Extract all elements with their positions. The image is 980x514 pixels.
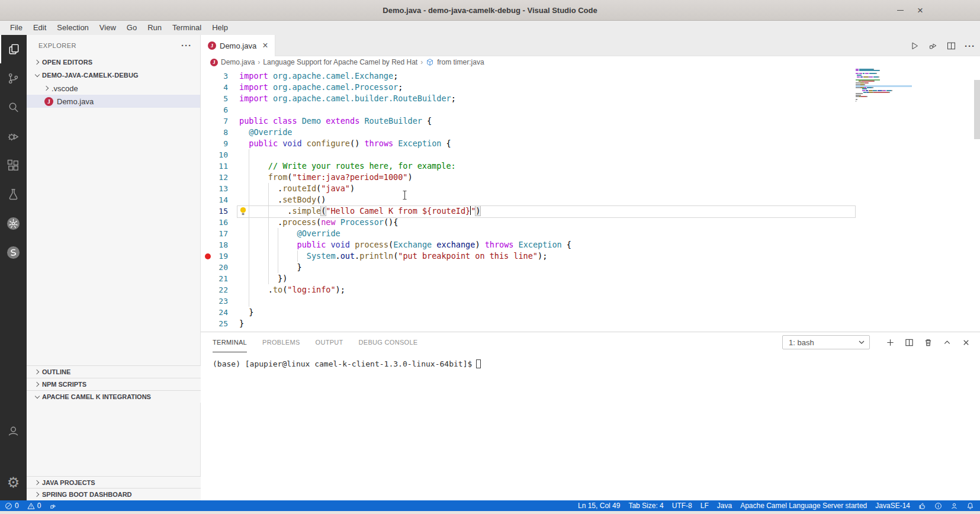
new-terminal-button[interactable]: [886, 338, 895, 347]
line-number[interactable]: 20: [201, 262, 228, 273]
breadcrumb-route[interactable]: from timer:java: [437, 58, 484, 66]
line-number[interactable]: 7: [201, 115, 228, 127]
vertical-scrollbar[interactable]: [974, 80, 980, 139]
errors-indicator[interactable]: 0: [5, 502, 19, 510]
file-demo-java[interactable]: J Demo.java: [27, 95, 200, 108]
camel-language-server-status[interactable]: Apache Camel Language Server started: [740, 502, 867, 510]
section-java-projects[interactable]: JAVA PROJECTS: [27, 476, 201, 489]
camel-k-extension-icon[interactable]: [0, 238, 27, 266]
shell-selector[interactable]: 1: bash: [782, 335, 870, 349]
line-number[interactable]: 23: [201, 295, 228, 307]
line-number[interactable]: 15: [201, 205, 228, 217]
code-line-9[interactable]: 9 public void configure() throws Excepti…: [201, 138, 980, 149]
code-line-13[interactable]: 13 .routeId("java"): [201, 183, 980, 194]
language-mode[interactable]: Java: [717, 502, 732, 510]
line-number[interactable]: 17: [201, 228, 228, 239]
code-line-21[interactable]: 21 }): [201, 273, 980, 284]
tab-debug-console[interactable]: DEBUG CONSOLE: [359, 332, 418, 352]
code-line-12[interactable]: 12 from("timer:java?period=1000"): [201, 172, 980, 183]
code-line-14[interactable]: 14 .setBody(): [201, 194, 980, 205]
tab-output[interactable]: OUTPUT: [316, 332, 343, 352]
run-button[interactable]: [910, 41, 920, 51]
code-line-16[interactable]: 16 .process(new Processor(){: [201, 217, 980, 228]
line-number[interactable]: 21: [201, 273, 228, 284]
test-flask-icon[interactable]: [0, 180, 27, 208]
feedback-thumb-icon[interactable]: [918, 502, 926, 510]
feedback-person-icon[interactable]: [950, 502, 958, 510]
run-debug-icon[interactable]: [0, 122, 27, 150]
tab-problems[interactable]: PROBLEMS: [262, 332, 300, 352]
kill-terminal-icon[interactable]: [924, 338, 933, 347]
line-number[interactable]: 25: [201, 318, 228, 329]
line-number[interactable]: 13: [201, 183, 228, 194]
section-npm-scripts[interactable]: NPM SCRIPTS: [27, 378, 201, 390]
cursor-position[interactable]: Ln 15, Col 49: [578, 502, 620, 510]
close-button[interactable]: ×: [912, 0, 928, 21]
split-editor-button[interactable]: [946, 41, 956, 51]
minimap[interactable]: [856, 68, 912, 105]
line-number[interactable]: 6: [201, 104, 228, 115]
line-number[interactable]: 16: [201, 217, 228, 228]
line-number[interactable]: 11: [201, 160, 228, 172]
code-line-17[interactable]: 17 @Override: [201, 228, 980, 239]
line-number[interactable]: 24: [201, 307, 228, 318]
encoding[interactable]: UTF-8: [672, 502, 692, 510]
line-number[interactable]: 12: [201, 172, 228, 183]
open-editors-section[interactable]: OPEN EDITORS: [27, 56, 200, 69]
source-control-icon[interactable]: [0, 64, 27, 92]
debug-run-button[interactable]: [928, 41, 938, 51]
code-line-18[interactable]: 18 public void process(Exchange exchange…: [201, 239, 980, 250]
code-line-19[interactable]: 19 System.out.println("put breakpoint on…: [201, 250, 980, 262]
extensions-icon[interactable]: [0, 151, 27, 179]
code-line-23[interactable]: 23: [201, 295, 980, 307]
code-line-20[interactable]: 20 }: [201, 262, 980, 273]
debug-status[interactable]: [49, 502, 57, 510]
code-line-10[interactable]: 10: [201, 149, 980, 160]
terminal-output[interactable]: (base) [apupier@linux camel-k-client-1.3…: [201, 352, 980, 368]
line-number[interactable]: 14: [201, 194, 228, 205]
account-icon[interactable]: [0, 416, 27, 445]
menu-view[interactable]: View: [94, 21, 121, 35]
lightbulb-icon[interactable]: [239, 206, 248, 216]
section-outline[interactable]: OUTLINE: [27, 365, 201, 378]
code-line-22[interactable]: 22 .to("log:info");: [201, 284, 980, 295]
code-line-11[interactable]: 11 // Write your routes here, for exampl…: [201, 160, 980, 172]
tab-close-icon[interactable]: ×: [262, 40, 268, 51]
explorer-icon[interactable]: [0, 35, 27, 63]
code-line-6[interactable]: 6: [201, 104, 980, 115]
split-terminal-button[interactable]: [905, 338, 914, 347]
code-line-7[interactable]: 7public class Demo extends RouteBuilder …: [201, 115, 980, 127]
java-runtime[interactable]: JavaSE-14: [875, 502, 910, 510]
maximize-panel-icon[interactable]: [943, 338, 952, 347]
code-line-8[interactable]: 8 @Override: [201, 127, 980, 138]
line-number[interactable]: 10: [201, 149, 228, 160]
search-icon[interactable]: [0, 93, 27, 121]
info-icon[interactable]: [934, 502, 942, 510]
more-actions-button[interactable]: ···: [965, 41, 975, 51]
line-number[interactable]: 22: [201, 284, 228, 295]
line-number[interactable]: 3: [201, 70, 228, 82]
breakpoint-icon[interactable]: [205, 253, 211, 259]
project-root-folder[interactable]: DEMO-JAVA-CAMELK-DEBUG: [27, 69, 200, 82]
settings-gear-icon[interactable]: ⚙: [0, 468, 27, 497]
code-line-15[interactable]: 15 .simple("Hello Camel K from ${routeId…: [201, 205, 980, 217]
line-number[interactable]: 9: [201, 138, 228, 149]
section-camel-k-integrations[interactable]: APACHE CAMEL K INTEGRATIONS: [27, 390, 201, 403]
breadcrumb-symbol-owner[interactable]: Language Support for Apache Camel by Red…: [263, 58, 417, 66]
menu-run[interactable]: Run: [142, 21, 167, 35]
notifications-bell-icon[interactable]: [966, 502, 974, 510]
line-number[interactable]: 4: [201, 82, 228, 93]
tab-size[interactable]: Tab Size: 4: [628, 502, 663, 510]
line-number[interactable]: 18: [201, 239, 228, 250]
kubernetes-icon[interactable]: [0, 209, 27, 237]
section-spring-boot-dashboard[interactable]: SPRING BOOT DASHBOARD: [27, 488, 201, 500]
minimize-button[interactable]: [892, 0, 908, 21]
code-editor[interactable]: 3import org.apache.camel.Exchange;4impor…: [201, 68, 980, 332]
menu-file[interactable]: File: [5, 21, 28, 35]
folder-vscode[interactable]: .vscode: [27, 82, 200, 95]
code-line-24[interactable]: 24 }: [201, 307, 980, 318]
menu-edit[interactable]: Edit: [28, 21, 52, 35]
menu-selection[interactable]: Selection: [52, 21, 94, 35]
menu-go[interactable]: Go: [121, 21, 142, 35]
code-line-25[interactable]: 25}: [201, 318, 980, 329]
